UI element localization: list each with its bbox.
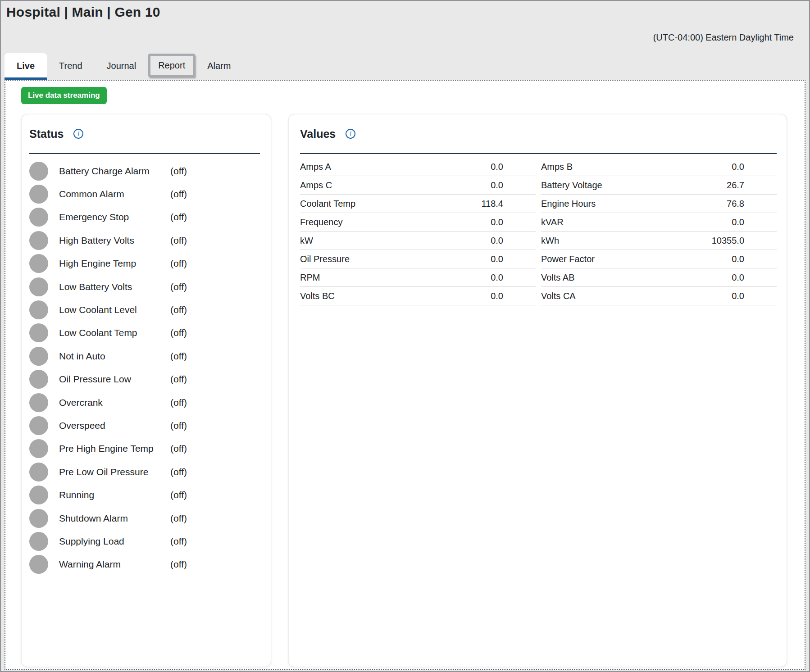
value-reading: 0.0 — [491, 180, 536, 191]
value-reading: 26.7 — [727, 180, 777, 191]
value-reading: 0.0 — [732, 291, 777, 301]
value-label: Battery Voltage — [541, 180, 602, 191]
status-label: Oil Pressure Low — [59, 374, 170, 385]
status-indicator-dot — [29, 162, 48, 181]
value-reading: 118.4 — [481, 199, 536, 209]
status-state: (off) — [170, 327, 187, 338]
tab-journal[interactable]: Journal — [95, 53, 149, 80]
status-label: Low Coolant Temp — [59, 327, 170, 338]
status-indicator-dot — [29, 463, 48, 481]
status-indicator-dot — [29, 486, 48, 504]
status-indicator-dot — [29, 393, 48, 412]
status-state: (off) — [170, 258, 187, 269]
tab-alarm[interactable]: Alarm — [195, 53, 243, 80]
status-list: Battery Charge Alarm(off)Common Alarm(of… — [29, 154, 260, 576]
status-indicator-dot — [29, 231, 48, 250]
value-reading: 10355.0 — [712, 236, 777, 246]
value-label: Amps C — [300, 180, 332, 191]
status-label: Common Alarm — [59, 189, 170, 200]
status-state: (off) — [170, 282, 187, 292]
status-label: Overcrank — [59, 397, 170, 408]
status-label: High Battery Volts — [59, 235, 170, 246]
status-state: (off) — [170, 513, 187, 524]
value-label: Engine Hours — [541, 199, 596, 209]
status-state: (off) — [170, 212, 187, 222]
status-state: (off) — [170, 351, 187, 362]
status-label: Warning Alarm — [59, 559, 170, 570]
status-panel-header: Status i — [29, 127, 260, 154]
tab-trend[interactable]: Trend — [47, 53, 95, 80]
value-row: Power Factor0.0 — [541, 250, 777, 268]
status-indicator-dot — [29, 532, 48, 551]
status-indicator-dot — [29, 416, 48, 435]
value-label: Volts BC — [300, 291, 335, 301]
status-state: (off) — [170, 467, 187, 477]
status-row: Low Coolant Temp(off) — [29, 322, 260, 345]
values-panel-title: Values — [300, 127, 336, 141]
tab-wrap-journal: Journal — [95, 53, 149, 80]
status-row: High Engine Temp(off) — [29, 252, 260, 275]
tab-live[interactable]: Live — [5, 53, 47, 80]
status-row: Supplying Load(off) — [29, 530, 260, 553]
status-label: Not in Auto — [59, 351, 170, 362]
status-state: (off) — [170, 490, 187, 500]
status-panel: Status i Battery Charge Alarm(off)Common… — [21, 114, 271, 667]
value-reading: 0.0 — [491, 236, 536, 246]
status-state: (off) — [170, 443, 187, 454]
status-row: Pre Low Oil Pressure(off) — [29, 460, 260, 483]
value-row: Engine Hours76.8 — [541, 195, 777, 213]
value-reading: 0.0 — [491, 272, 536, 283]
status-row: Shutdown Alarm(off) — [29, 507, 260, 530]
value-label: Amps A — [300, 162, 331, 172]
status-row: Running(off) — [29, 483, 260, 506]
status-indicator-dot — [29, 185, 48, 204]
status-row: Low Battery Volts(off) — [29, 275, 260, 298]
value-row: Volts CA0.0 — [541, 287, 777, 305]
page-header: Hospital | Main | Gen 10 (UTC-04:00) Eas… — [1, 1, 809, 80]
status-row: Not in Auto(off) — [29, 345, 260, 368]
status-indicator-dot — [29, 347, 48, 366]
value-row: Amps C0.0 — [300, 176, 536, 195]
value-row: Amps B0.0 — [541, 158, 777, 176]
status-label: Pre Low Oil Pressure — [59, 467, 170, 477]
status-state: (off) — [170, 189, 187, 200]
value-label: Power Factor — [541, 254, 595, 264]
value-row: Volts BC0.0 — [300, 287, 536, 305]
status-label: Battery Charge Alarm — [59, 166, 170, 177]
status-row: Battery Charge Alarm(off) — [29, 159, 260, 182]
status-indicator-dot — [29, 254, 48, 273]
highlight-box-tab-report: Report — [148, 54, 195, 77]
value-row: Battery Voltage26.7 — [541, 176, 777, 195]
value-reading: 0.0 — [732, 217, 777, 227]
status-row: High Battery Volts(off) — [29, 229, 260, 252]
value-label: kVAR — [541, 217, 564, 227]
tab-report[interactable]: Report — [150, 56, 193, 75]
value-label: Amps B — [541, 162, 573, 172]
status-row: Low Coolant Level(off) — [29, 298, 260, 321]
values-info-icon[interactable]: i — [346, 129, 355, 139]
status-label: Low Coolant Level — [59, 304, 170, 315]
value-row: Volts AB0.0 — [541, 268, 777, 287]
status-label: Overspeed — [59, 420, 170, 431]
status-state: (off) — [170, 559, 187, 570]
status-row: Overcrank(off) — [29, 391, 260, 414]
value-reading: 0.0 — [491, 217, 536, 227]
status-row: Oil Pressure Low(off) — [29, 368, 260, 391]
status-label: High Engine Temp — [59, 258, 170, 269]
status-state: (off) — [170, 235, 187, 246]
values-panel: Values i Amps A0.0Amps B0.0Amps C0.0Batt… — [288, 114, 787, 667]
value-label: Volts AB — [541, 272, 575, 283]
status-state: (off) — [170, 304, 187, 315]
timezone-label: (UTC-04:00) Eastern Daylight Time — [653, 32, 794, 43]
status-indicator-dot — [29, 323, 48, 342]
value-label: kWh — [541, 236, 559, 246]
value-row: kW0.0 — [300, 232, 536, 250]
status-indicator-dot — [29, 555, 48, 574]
value-label: Coolant Temp — [300, 199, 355, 209]
value-reading: 0.0 — [732, 254, 777, 264]
value-row: Frequency0.0 — [300, 213, 536, 232]
status-info-icon[interactable]: i — [73, 129, 83, 139]
status-label: Supplying Load — [59, 536, 170, 547]
tab-wrap-live: Live — [5, 53, 47, 80]
value-label: Oil Pressure — [300, 254, 350, 264]
